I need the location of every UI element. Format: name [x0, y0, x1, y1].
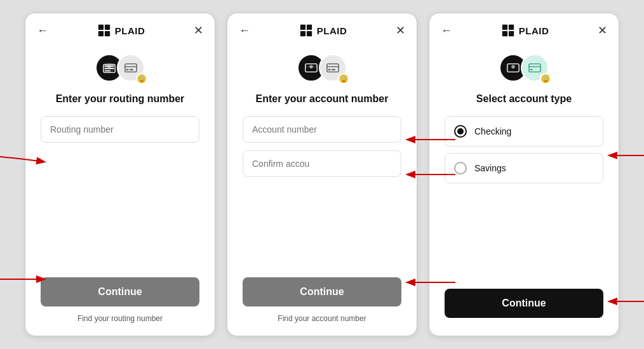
svg-rect-22	[509, 31, 514, 36]
account-card: ← PLAID ✕	[227, 13, 417, 336]
type-card: ← PLAID ✕	[429, 13, 619, 336]
svg-rect-25	[529, 64, 540, 72]
type-bank-icons: 🔒	[499, 54, 549, 82]
account-card-wrapper: ← PLAID ✕	[227, 13, 417, 336]
checking-radio	[454, 125, 467, 138]
svg-rect-13	[307, 31, 312, 36]
bank-svg-1	[102, 61, 116, 75]
type-bank-svg-1	[506, 61, 520, 75]
account-back-button[interactable]: ←	[239, 24, 250, 37]
svg-rect-2	[98, 31, 104, 36]
svg-rect-11	[307, 25, 312, 30]
checking-radio-fill	[457, 128, 464, 135]
checking-option[interactable]: Checking	[445, 116, 603, 147]
type-header: ← PLAID ✕	[429, 13, 619, 43]
routing-card: ← PLAID ✕	[25, 13, 215, 336]
account-plaid-icon	[299, 23, 313, 37]
type-plaid-logo: PLAID	[501, 23, 549, 37]
svg-rect-7	[125, 64, 137, 72]
bank-icon-2: 🔒	[117, 54, 145, 82]
svg-rect-1	[105, 25, 110, 30]
account-bank-svg-1	[304, 61, 318, 75]
svg-rect-9	[130, 69, 133, 70]
svg-rect-12	[300, 31, 305, 36]
cards-container: ← PLAID ✕	[25, 13, 619, 336]
savings-option[interactable]: Savings	[445, 153, 603, 183]
bank-svg-2	[124, 61, 138, 75]
svg-point-24	[511, 65, 515, 69]
account-badge: 🔒	[338, 73, 349, 84]
routing-close-button[interactable]: ✕	[194, 23, 203, 37]
account-bank-icon-2: 🔒	[319, 54, 347, 82]
routing-body: 🔒 Enter your routing number Continue Fin…	[25, 43, 215, 336]
account-helper-text: Find your account number	[278, 314, 366, 323]
svg-point-6	[107, 65, 111, 69]
svg-rect-8	[126, 69, 129, 70]
type-continue-button[interactable]: Continue	[445, 289, 603, 318]
account-title: Enter your account number	[256, 93, 389, 105]
checking-label: Checking	[474, 126, 511, 136]
svg-rect-16	[327, 64, 339, 72]
routing-back-button[interactable]: ←	[37, 24, 48, 37]
routing-title: Enter your routing number	[56, 93, 185, 105]
account-bank-icons: 🔒	[297, 54, 347, 82]
svg-rect-19	[502, 25, 507, 30]
type-body: 🔒 Select account type Checking Savings	[429, 43, 619, 336]
confirm-account-input[interactable]	[243, 150, 401, 177]
svg-rect-26	[530, 69, 533, 70]
routing-helper-text: Find your routing number	[77, 314, 163, 323]
svg-rect-18	[332, 69, 335, 70]
routing-header: ← PLAID ✕	[25, 13, 215, 43]
svg-rect-0	[98, 25, 104, 30]
routing-card-wrapper: ← PLAID ✕	[25, 13, 215, 336]
account-body: 🔒 Enter your account number Continue Fin…	[227, 43, 417, 336]
svg-rect-3	[105, 31, 110, 36]
type-badge: 🔒	[540, 73, 551, 84]
account-continue-button[interactable]: Continue	[243, 277, 401, 306]
type-close-button[interactable]: ✕	[598, 23, 607, 37]
plaid-logo-icon	[97, 23, 111, 37]
routing-number-input[interactable]	[41, 116, 199, 143]
account-plaid-logo: PLAID	[299, 23, 347, 37]
type-bank-icon-2: 🔒	[521, 54, 549, 82]
type-back-button[interactable]: ←	[441, 24, 452, 37]
svg-rect-20	[509, 25, 514, 30]
savings-radio	[454, 162, 467, 174]
type-bank-svg-2	[528, 61, 542, 75]
routing-plaid-logo: PLAID	[97, 23, 145, 37]
account-header: ← PLAID ✕	[227, 13, 417, 43]
account-number-input[interactable]	[243, 116, 401, 143]
account-bank-svg-2	[326, 61, 340, 75]
type-card-wrapper: ← PLAID ✕	[429, 13, 619, 336]
type-title: Select account type	[476, 93, 572, 105]
bank-badge: 🔒	[136, 73, 147, 84]
savings-label: Savings	[474, 163, 506, 173]
routing-continue-button[interactable]: Continue	[41, 277, 199, 306]
routing-bank-icons: 🔒	[95, 54, 145, 82]
svg-rect-17	[328, 69, 331, 70]
svg-rect-21	[502, 31, 507, 36]
account-close-button[interactable]: ✕	[396, 23, 405, 37]
svg-rect-10	[300, 25, 305, 30]
type-plaid-icon	[501, 23, 515, 37]
